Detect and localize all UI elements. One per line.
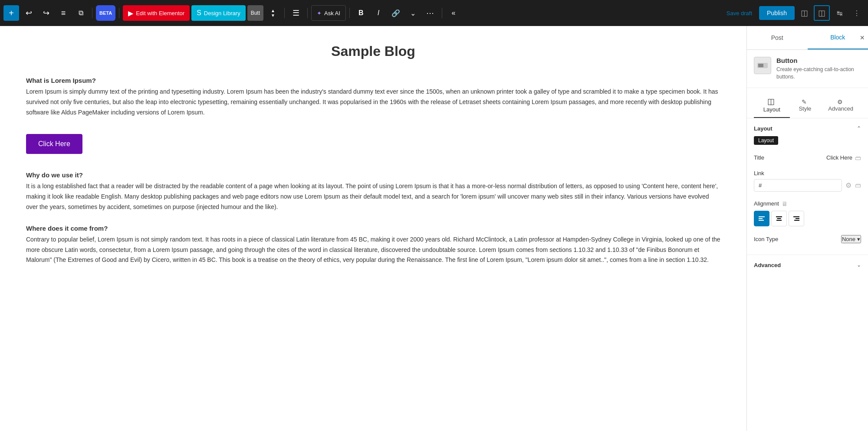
redo-button[interactable]: ↪: [38, 5, 54, 21]
collapse-button[interactable]: «: [446, 5, 461, 21]
title-value-container: Click Here 🗃: [826, 154, 861, 161]
icon-type-select[interactable]: None ▾: [841, 235, 861, 243]
icon-type-field: Icon Type None ▾: [754, 231, 861, 248]
align-left-button[interactable]: [754, 211, 769, 226]
ask-ai-label: Ask AI: [324, 10, 340, 16]
preview-button[interactable]: ◫: [796, 5, 812, 21]
nav-chevrons-button[interactable]: ▲ ▼: [265, 5, 281, 21]
block-description: Create eye-catching call-to-action butto…: [776, 66, 861, 81]
bold-button[interactable]: B: [353, 5, 369, 21]
design-library-button[interactable]: S Design Library: [191, 5, 246, 21]
svg-rect-6: [777, 218, 781, 219]
undo-button[interactable]: ↩: [21, 5, 36, 21]
title-label: Title: [754, 154, 764, 161]
icon-type-value: None: [842, 236, 855, 242]
separator-5: [349, 8, 350, 18]
alignment-label-text: Alignment: [754, 200, 779, 207]
align-button[interactable]: ☰: [288, 5, 304, 21]
icon-type-chevron: ▾: [857, 236, 860, 242]
section-2: Why do we use it? It is a long establish…: [26, 171, 720, 212]
ask-ai-button[interactable]: ✦ Ask AI: [311, 5, 346, 21]
edit-with-elementor-button[interactable]: ▶ Edit with Elementor: [123, 5, 190, 21]
section-1: What is Lorem Ipsum? Lorem Ipsum is simp…: [26, 77, 720, 118]
design-lib-icon: S: [197, 9, 201, 17]
link-db-icon[interactable]: 🗃: [855, 182, 861, 189]
advanced-chevron-icon: ⌄: [857, 262, 861, 268]
link-button[interactable]: 🔗: [388, 5, 404, 21]
top-toolbar: + ↩ ↪ ≡ ⧉ BETA ▶ Edit with Elementor S D…: [0, 0, 868, 26]
align-left-icon: [758, 215, 765, 222]
elementor-label: Edit with Elementor: [136, 10, 184, 16]
chevron-down-icon: ▼: [271, 13, 275, 18]
style-tab[interactable]: ✎ Style: [790, 93, 821, 118]
advanced-tab[interactable]: ⚙ Advanced: [820, 93, 861, 118]
chevron-up-icon: ▲: [271, 8, 275, 13]
post-tab[interactable]: Post: [747, 26, 808, 49]
svg-rect-8: [793, 216, 799, 217]
design-lib-label: Design Library: [204, 10, 240, 16]
layout-tab[interactable]: ◫ Layout: [754, 93, 790, 118]
block-title: Button: [776, 57, 861, 64]
separator-2: [119, 8, 119, 18]
layout-section-label: Layout: [754, 125, 773, 132]
advanced-section: Advanced ⌄: [747, 255, 868, 275]
title-db-icon[interactable]: 🗃: [855, 154, 861, 161]
section1-heading: What is Lorem Ipsum?: [26, 77, 720, 84]
title-value: Click Here: [826, 154, 852, 161]
block-sub-tabs: ◫ Layout ✎ Style ⚙ Advanced: [747, 88, 868, 118]
block-icon: [754, 57, 771, 74]
link-settings-icon[interactable]: ⚙: [845, 181, 852, 189]
svg-rect-5: [776, 216, 782, 217]
save-draft-button[interactable]: Save draft: [721, 7, 757, 19]
alignment-field: Alignment 🖥: [754, 196, 861, 231]
align-right-button[interactable]: [789, 211, 804, 226]
button-block-icon-svg: [756, 59, 769, 72]
panel-close-button[interactable]: ×: [860, 33, 865, 42]
panel-tabs: Post Block ×: [747, 26, 868, 50]
section3-heading: Where does it come from?: [26, 225, 720, 232]
link-input[interactable]: [754, 179, 842, 192]
style-tab-label: Style: [799, 105, 811, 112]
blog-title: Sample Blog: [26, 43, 720, 59]
svg-rect-9: [796, 218, 799, 219]
add-block-button[interactable]: +: [3, 5, 19, 21]
layout-badge: Layout: [754, 136, 778, 145]
italic-button[interactable]: I: [371, 5, 386, 21]
editor-area[interactable]: Sample Blog What is Lorem Ipsum? Lorem I…: [0, 26, 746, 431]
block-editor-button[interactable]: ◫: [814, 5, 830, 21]
section3-body: Contrary to popular belief, Lorem Ipsum …: [26, 235, 720, 265]
copy-button[interactable]: ⧉: [73, 5, 89, 21]
button-container: Click Here: [26, 130, 720, 163]
sparkle-icon: ✦: [317, 10, 322, 16]
svg-rect-4: [759, 220, 764, 221]
beta-badge[interactable]: BETA: [96, 5, 115, 21]
layout-tab-icon: ◫: [767, 97, 775, 106]
svg-rect-3: [759, 218, 763, 219]
alignment-buttons: [754, 211, 861, 226]
layout-badge-container: Layout: [754, 136, 861, 150]
layout-section-header[interactable]: Layout ⌃: [754, 125, 861, 132]
separator-6: [442, 8, 442, 18]
options-menu-button[interactable]: ⋮: [849, 5, 865, 21]
advanced-section-header[interactable]: Advanced ⌄: [754, 262, 861, 268]
layout-section: Layout ⌃ Layout Title Click Here 🗃 Link: [747, 118, 868, 255]
advanced-tab-label: Advanced: [828, 105, 853, 112]
layout-tab-label: Layout: [763, 106, 780, 113]
click-here-button[interactable]: Click Here: [26, 134, 82, 154]
block-tab[interactable]: Block: [808, 26, 868, 49]
publish-button[interactable]: Publish: [759, 6, 795, 20]
separator-3: [284, 8, 285, 18]
separator-1: [92, 8, 92, 18]
svg-rect-10: [794, 220, 799, 221]
align-right-icon: [793, 215, 800, 222]
more-formatting-button[interactable]: ⌄: [405, 5, 421, 21]
title-field-row: Title Click Here 🗃: [754, 150, 861, 166]
details-button[interactable]: ≡: [56, 5, 71, 21]
advanced-label: Advanced: [754, 262, 781, 268]
zoom-button[interactable]: ↹: [832, 5, 847, 21]
link-label: Link: [754, 170, 764, 176]
layout-collapse-icon: ⌃: [857, 125, 861, 131]
align-center-button[interactable]: [771, 211, 787, 226]
butt-button[interactable]: Butt: [247, 5, 263, 21]
more-options-button[interactable]: ⋯: [423, 5, 438, 21]
